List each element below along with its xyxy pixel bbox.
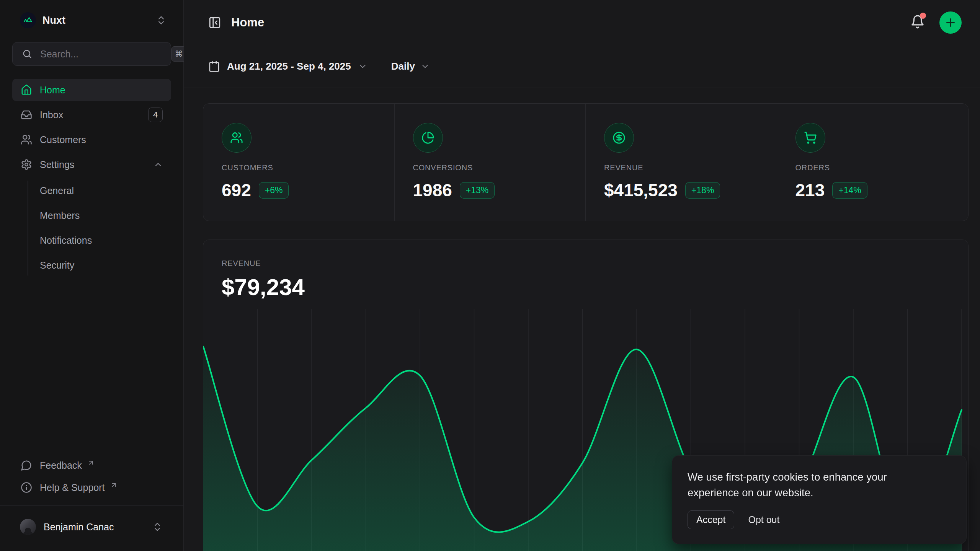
granularity-select[interactable]: Daily (391, 60, 430, 72)
nuxt-mountains-icon (23, 15, 33, 25)
stat-delta-badge: +13% (460, 182, 495, 199)
sidebar-item-members[interactable]: Members (12, 203, 171, 228)
notification-dot (920, 13, 926, 19)
sidebar-item-inbox[interactable]: Inbox 4 (12, 104, 171, 126)
arrow-up-right-icon (110, 481, 118, 489)
speech-bubble-icon (21, 460, 32, 471)
panel-left-close-icon (208, 16, 221, 29)
revenue-chart-label: REVENUE (222, 259, 968, 268)
search-bar[interactable]: ⌘ K (12, 42, 171, 66)
sidebar-item-settings[interactable]: Settings (12, 153, 171, 176)
info-circle-icon (21, 482, 32, 493)
sidebar-item-label: Settings (40, 159, 74, 170)
stat-orders: ORDERS 213 +14% (777, 104, 969, 221)
opt-out-button[interactable]: Opt out (748, 511, 779, 529)
shopping-cart-icon (795, 123, 825, 153)
filters-toolbar: Aug 21, 2025 - Sep 4, 2025 Daily (184, 45, 980, 88)
sidebar-item-label: Inbox (40, 109, 63, 121)
sidebar-footer: Feedback Help & Support Benjamin Canac (12, 454, 171, 540)
help-support-label: Help & Support (40, 482, 105, 493)
pie-chart-icon (413, 123, 443, 153)
sidebar-item-home[interactable]: Home (12, 79, 171, 101)
cookie-banner: We use first-party cookies to enhance yo… (672, 455, 967, 544)
stat-value: $415,523 (604, 180, 678, 201)
sidebar-item-notifications[interactable]: Notifications (12, 228, 171, 253)
chevron-up-icon (154, 160, 163, 169)
inbox-icon (21, 109, 32, 121)
sidebar-item-customers[interactable]: Customers (12, 129, 171, 151)
revenue-chart-value: $79,234 (222, 274, 968, 300)
workspace-switcher[interactable]: Nuxt (12, 10, 171, 31)
stat-label: ORDERS (795, 163, 957, 172)
accept-button[interactable]: Accept (688, 510, 734, 529)
sidebar-subitem-label: Members (40, 210, 80, 221)
collapse-sidebar-button[interactable] (208, 16, 221, 29)
stat-delta-badge: +18% (685, 182, 720, 199)
dollar-circle-icon (604, 123, 634, 153)
chevrons-up-down-icon (156, 15, 167, 26)
sidebar: Nuxt ⌘ K Home Inbox 4 (0, 0, 184, 551)
nuxt-logo (20, 12, 36, 28)
page-header: Home (184, 0, 980, 45)
granularity-label: Daily (391, 60, 415, 72)
stat-delta-badge: +14% (832, 182, 867, 199)
avatar (20, 519, 36, 535)
chevron-down-icon (358, 62, 368, 71)
stat-customers: CUSTOMERS 692 +6% (203, 104, 395, 221)
date-range-picker[interactable]: Aug 21, 2025 - Sep 4, 2025 (208, 60, 368, 72)
workspace-name: Nuxt (42, 15, 65, 26)
chevron-down-icon (420, 62, 430, 71)
stat-label: CONVERSIONS (413, 163, 574, 172)
sidebar-subitem-label: General (40, 185, 74, 196)
chevrons-up-down-icon (152, 522, 163, 532)
user-menu[interactable]: Benjamin Canac (12, 510, 171, 540)
arrow-up-right-icon (87, 459, 95, 466)
stat-conversions: CONVERSIONS 1986 +13% (395, 104, 586, 221)
gear-icon (21, 159, 32, 170)
stat-delta-badge: +6% (259, 182, 289, 199)
stat-label: REVENUE (604, 163, 765, 172)
users-icon (21, 134, 32, 145)
sidebar-item-security[interactable]: Security (12, 253, 171, 278)
feedback-label: Feedback (40, 460, 82, 471)
sidebar-item-label: Home (40, 85, 65, 96)
plus-icon (944, 16, 957, 29)
sidebar-nav: Home Inbox 4 Customers Settings Ge (12, 79, 171, 280)
stat-value: 1986 (413, 180, 452, 201)
cookie-message: We use first-party cookies to enhance yo… (688, 469, 913, 500)
stat-label: CUSTOMERS (222, 163, 383, 172)
page-title: Home (231, 16, 264, 29)
inbox-count-badge: 4 (148, 108, 163, 122)
sidebar-divider (0, 505, 183, 506)
help-support-link[interactable]: Help & Support (12, 476, 171, 499)
sidebar-item-general[interactable]: General (12, 178, 171, 203)
stat-value: 692 (222, 180, 251, 201)
stat-revenue: REVENUE $415,523 +18% (586, 104, 777, 221)
home-icon (21, 84, 32, 96)
users-icon (222, 123, 252, 153)
stats-card: CUSTOMERS 692 +6% CONVERSIONS 1986 +13% (203, 103, 969, 221)
calendar-icon (208, 60, 220, 72)
search-input[interactable] (40, 49, 163, 60)
user-name: Benjamin Canac (44, 522, 114, 533)
add-button[interactable] (939, 11, 962, 34)
search-icon (22, 49, 33, 59)
stat-value: 213 (795, 180, 825, 201)
settings-sub-list: General Members Notifications Security (12, 178, 171, 278)
feedback-link[interactable]: Feedback (12, 454, 171, 476)
sidebar-item-label: Customers (40, 134, 86, 145)
sidebar-subitem-label: Notifications (40, 235, 92, 246)
sidebar-subitem-label: Security (40, 260, 74, 271)
date-range-label: Aug 21, 2025 - Sep 4, 2025 (227, 60, 351, 72)
